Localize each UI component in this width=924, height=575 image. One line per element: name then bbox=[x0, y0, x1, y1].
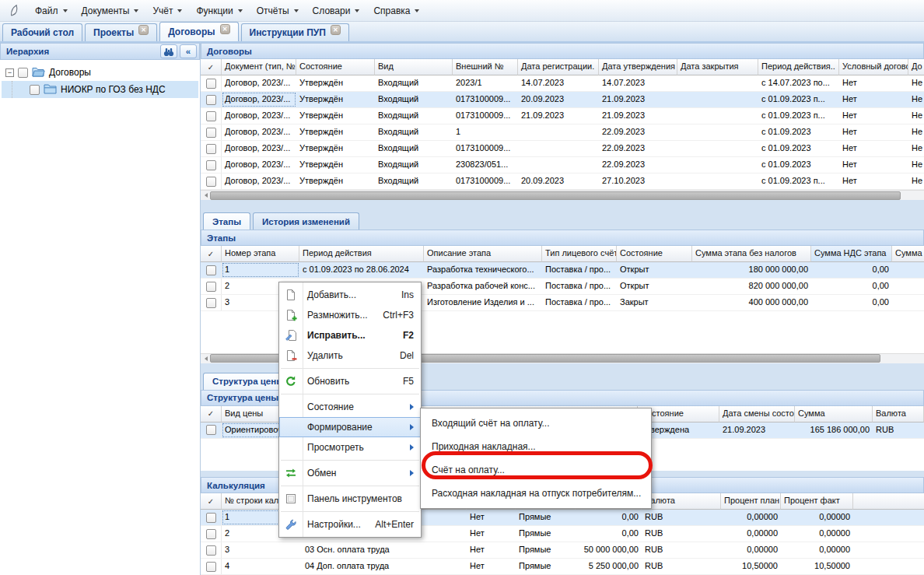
table-row[interactable]: 303 Осн. оплата трудаНетПрямые50 000 000… bbox=[201, 542, 924, 559]
column-header[interactable]: Сумма эт bbox=[892, 246, 924, 262]
scroll-left-icon[interactable] bbox=[201, 354, 210, 363]
row-checkbox-cell[interactable] bbox=[201, 559, 222, 574]
row-checkbox-cell[interactable] bbox=[201, 526, 222, 542]
select-all-column-header[interactable]: ✓ bbox=[201, 59, 222, 75]
tab-Инструкции ПУП[interactable]: Инструкции ПУП✕ bbox=[241, 23, 349, 41]
menu-item-состояние[interactable]: Состояние bbox=[279, 397, 421, 417]
tree-expander-icon[interactable]: − bbox=[5, 68, 14, 77]
row-checkbox[interactable] bbox=[206, 265, 216, 275]
submenu-item[interactable]: Входящий счёт на оплату... bbox=[421, 412, 651, 435]
menu-item-обмен[interactable]: Обмен bbox=[279, 463, 421, 483]
menubar-item[interactable]: Справка bbox=[366, 2, 426, 19]
row-checkbox[interactable] bbox=[206, 177, 216, 187]
column-header[interactable]: Сумма этапа без налогов bbox=[692, 246, 811, 262]
table-row[interactable]: Договор, 2023/...УтверждёнВходящий017310… bbox=[201, 92, 924, 108]
contracts-horizontal-scrollbar[interactable] bbox=[201, 190, 924, 200]
column-header[interactable]: Тип лицевого счёт bbox=[542, 246, 617, 262]
menu-item-обновить[interactable]: ОбновитьF5 bbox=[279, 371, 421, 391]
table-row[interactable]: Договор, 2023/...УтверждёнВходящий2023/1… bbox=[201, 75, 924, 92]
table-row[interactable]: Договор, 2023/...УтверждёнВходящий122.09… bbox=[201, 124, 924, 141]
menu-item-исправить-[interactable]: Исправить...F2 bbox=[279, 325, 421, 345]
tab-close-icon[interactable]: ✕ bbox=[138, 25, 149, 35]
scrollbar-thumb[interactable] bbox=[210, 191, 901, 200]
column-header[interactable]: Документ (тип, № bbox=[222, 59, 296, 75]
table-row[interactable]: Договор, 2023/...УтверждёнВходящий017310… bbox=[201, 174, 924, 190]
menubar-item[interactable]: Отчёты bbox=[250, 2, 306, 19]
column-header[interactable]: Сумма bbox=[795, 406, 873, 422]
table-row[interactable]: 1с 01.09.2023 по 28.06.2024Разработка те… bbox=[201, 262, 924, 279]
row-checkbox[interactable] bbox=[206, 562, 216, 572]
row-checkbox-cell[interactable] bbox=[201, 510, 222, 525]
row-checkbox-cell[interactable] bbox=[201, 157, 222, 173]
select-all-column-header[interactable]: ✓ bbox=[201, 493, 222, 510]
table-row[interactable]: Договор, 2023/...УтверждёнВходящий017310… bbox=[201, 141, 924, 157]
tab-История изменений[interactable]: История изменений bbox=[253, 212, 359, 230]
tab-Рабочий стол[interactable]: Рабочий стол bbox=[2, 23, 82, 41]
column-header[interactable]: Вид bbox=[375, 59, 453, 75]
column-header[interactable]: Процент факт bbox=[781, 493, 853, 510]
menubar-item[interactable]: Документы bbox=[75, 2, 146, 19]
tab-close-icon[interactable]: ✕ bbox=[331, 25, 341, 35]
menu-item-просмотреть[interactable]: Просмотреть bbox=[279, 437, 421, 458]
row-checkbox[interactable] bbox=[206, 282, 216, 292]
submenu-item[interactable]: Приходная накладная... bbox=[421, 435, 651, 458]
row-checkbox-cell[interactable] bbox=[201, 262, 222, 278]
row-checkbox[interactable] bbox=[206, 128, 216, 138]
row-checkbox-cell[interactable] bbox=[201, 92, 222, 107]
menubar-item[interactable]: Учёт bbox=[145, 2, 189, 19]
tree-checkbox[interactable] bbox=[18, 68, 28, 78]
row-checkbox[interactable] bbox=[206, 111, 216, 121]
column-header[interactable] bbox=[853, 493, 924, 510]
column-header[interactable]: Состояние bbox=[296, 59, 375, 75]
column-header[interactable]: Сумма НДС этапа bbox=[811, 246, 892, 262]
row-checkbox-cell[interactable] bbox=[201, 141, 222, 156]
menubar-item[interactable]: Словари bbox=[306, 2, 367, 19]
column-header[interactable]: Дата закрытия bbox=[677, 59, 758, 75]
select-all-column-header[interactable]: ✓ bbox=[201, 406, 222, 422]
row-checkbox[interactable] bbox=[206, 298, 216, 308]
menu-item-формирование[interactable]: Формирование bbox=[279, 417, 421, 437]
row-checkbox-cell[interactable] bbox=[201, 75, 222, 91]
column-header[interactable]: Период действия bbox=[299, 246, 424, 262]
tree-checkbox[interactable] bbox=[30, 85, 40, 95]
tab-close-icon[interactable]: ✕ bbox=[220, 24, 230, 34]
submenu-item[interactable]: Счёт на оплату... bbox=[421, 458, 651, 482]
column-header[interactable]: Процент план bbox=[721, 493, 781, 510]
collapse-panel-icon[interactable]: « bbox=[180, 44, 197, 58]
tab-Проекты[interactable]: Проекты✕ bbox=[85, 23, 157, 41]
column-header[interactable]: Дата смены состоя bbox=[719, 406, 795, 422]
table-row[interactable]: Договор, 2023/...УтверждёнВходящий017310… bbox=[201, 108, 924, 124]
menubar-item[interactable]: Файл bbox=[28, 2, 75, 19]
column-header[interactable]: Внешний № bbox=[453, 59, 518, 75]
row-checkbox-cell[interactable] bbox=[201, 422, 222, 438]
row-checkbox-cell[interactable] bbox=[201, 542, 222, 558]
select-all-column-header[interactable]: ✓ bbox=[201, 246, 222, 262]
search-icon[interactable] bbox=[160, 44, 177, 58]
column-header[interactable]: Дата утверждения bbox=[599, 59, 677, 75]
menubar-item[interactable]: Функции bbox=[189, 2, 249, 19]
row-checkbox[interactable] bbox=[206, 513, 216, 523]
row-checkbox-cell[interactable] bbox=[201, 108, 222, 124]
row-checkbox[interactable] bbox=[206, 160, 216, 170]
row-checkbox[interactable] bbox=[206, 545, 216, 556]
row-checkbox[interactable] bbox=[206, 529, 216, 539]
column-header[interactable]: Номер этапа bbox=[222, 246, 299, 262]
column-header[interactable]: Период действия.. bbox=[758, 59, 839, 75]
column-header[interactable]: Дата регистрации. bbox=[518, 59, 599, 75]
tab-Договоры[interactable]: Договоры✕ bbox=[159, 22, 238, 41]
table-row[interactable]: Договор, 2023/...УтверждёнВходящий230823… bbox=[201, 157, 924, 174]
column-header[interactable]: Валюта bbox=[873, 406, 924, 422]
row-checkbox-cell[interactable] bbox=[201, 124, 222, 140]
column-header[interactable]: Условный договор bbox=[839, 59, 908, 75]
column-header[interactable]: Состояние bbox=[617, 246, 692, 262]
menu-item-размножить-[interactable]: Размножить...Ctrl+F3 bbox=[279, 305, 421, 325]
row-checkbox[interactable] bbox=[206, 79, 216, 89]
column-header[interactable]: До bbox=[908, 59, 924, 75]
row-checkbox[interactable] bbox=[206, 425, 216, 435]
menu-item-панель-инструментов[interactable]: Панель инструментов bbox=[279, 489, 421, 509]
menu-item-добавить-[interactable]: Добавить...Ins bbox=[279, 285, 421, 305]
row-checkbox-cell[interactable] bbox=[201, 295, 222, 310]
submenu-item[interactable]: Расходная накладная на отпуск потребител… bbox=[421, 482, 651, 505]
menu-item-настройки-[interactable]: Настройки...Alt+Enter bbox=[279, 514, 421, 535]
scroll-left-icon[interactable] bbox=[201, 191, 210, 200]
